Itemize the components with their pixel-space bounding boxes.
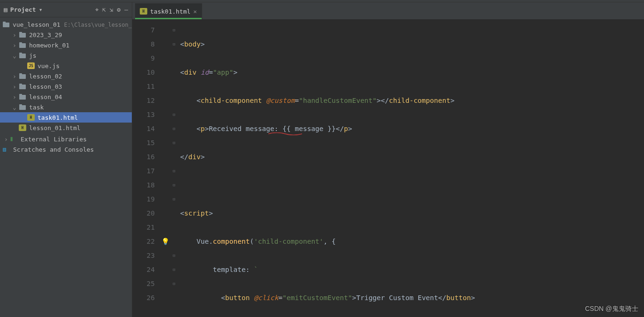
code-editor[interactable]: 7891011121314151617181920212223242526 💡 …: [132, 19, 644, 317]
project-sidebar: ▤ Project ▾ ⌖ ⇱ ⇲ ⚙ — vue_lesson_01 E:\C…: [0, 2, 132, 317]
tree-item-lesson_01-html[interactable]: ·Hlesson_01.html: [0, 123, 132, 133]
chevron-down-icon[interactable]: ⌄: [11, 52, 18, 59]
svg-rect-1: [3, 22, 6, 23]
tree-item-homework_01[interactable]: ›homework_01: [0, 40, 132, 50]
js-file-icon: JS: [27, 62, 35, 69]
svg-rect-8: [19, 74, 26, 79]
code-content[interactable]: <body> <div id="app"> <child-component @…: [178, 19, 644, 317]
hide-icon[interactable]: —: [124, 6, 128, 14]
chevron-right-icon[interactable]: ›: [11, 42, 18, 49]
chevron-right-icon[interactable]: ›: [11, 73, 18, 80]
chevron-down-icon[interactable]: ⌄: [11, 104, 18, 111]
tab-label: task01.html: [150, 8, 190, 15]
tree-label: homework_01: [29, 42, 69, 49]
tree-label: lesson_02: [29, 73, 62, 80]
svg-rect-4: [19, 43, 26, 48]
chevron-right-icon[interactable]: ›: [11, 83, 18, 90]
library-icon: ⫴: [10, 136, 18, 142]
tree-item-task[interactable]: ⌄task: [0, 102, 132, 112]
html-file-icon: H: [19, 124, 26, 131]
folder-icon: [19, 31, 26, 38]
intention-bulb-icon[interactable]: 💡: [161, 234, 169, 248]
fold-column: ⊟⊟⊟⊟⊟⊟⊟⊟⊟⊟⊟: [170, 19, 178, 317]
svg-rect-12: [19, 95, 26, 100]
tree-label: lesson_03: [29, 83, 62, 90]
tree-item-lesson_04[interactable]: ›lesson_04: [0, 92, 132, 102]
svg-rect-0: [3, 23, 9, 27]
svg-rect-2: [19, 33, 26, 38]
tree-item-lesson_02[interactable]: ›lesson_02: [0, 71, 132, 81]
editor-area: H task01.html × 789101112131415161718192…: [132, 2, 644, 317]
folder-icon: [19, 73, 26, 79]
scratches-consoles[interactable]: ▧ Scratches and Consoles: [0, 144, 132, 155]
tree-label: js: [29, 52, 37, 59]
tree-label: lesson_01.html: [29, 124, 81, 131]
svg-rect-13: [19, 94, 22, 95]
collapse-icon[interactable]: ⇲: [110, 6, 114, 14]
folder-icon: [19, 93, 26, 100]
chevron-right-icon[interactable]: ›: [11, 31, 18, 39]
svg-rect-11: [19, 84, 22, 85]
external-libraries[interactable]: › ⫴ External Libraries: [0, 134, 132, 144]
tree-item-js[interactable]: ⌄js: [0, 50, 132, 61]
line-gutter: 7891011121314151617181920212223242526: [132, 19, 160, 317]
tree-label: lesson_04: [29, 93, 62, 101]
close-icon[interactable]: ×: [193, 8, 197, 15]
expand-icon[interactable]: ⇱: [102, 6, 106, 14]
dropdown-icon[interactable]: ▾: [39, 6, 43, 13]
tree-root[interactable]: vue_lesson_01 E:\Class\vue_lesson_: [0, 19, 132, 30]
project-icon: ▤: [4, 6, 8, 13]
folder-icon: [19, 52, 26, 59]
tree-item-task01-html[interactable]: ·Htask01.html: [0, 112, 132, 123]
svg-rect-10: [19, 85, 26, 89]
tree-item-2023_3_29[interactable]: ›2023_3_29: [0, 30, 132, 40]
chevron-right-icon[interactable]: ›: [11, 93, 18, 101]
select-opened-icon[interactable]: ⌖: [95, 6, 98, 14]
marker-column: 💡: [160, 19, 170, 317]
project-title: Project: [10, 6, 36, 13]
gear-icon[interactable]: ⚙: [117, 6, 121, 14]
tab-task01[interactable]: H task01.html ×: [135, 3, 202, 19]
editor-tabs: H task01.html ×: [132, 2, 644, 19]
svg-rect-14: [19, 105, 26, 110]
folder-icon: [19, 104, 26, 110]
folder-icon: [19, 83, 26, 90]
svg-rect-15: [19, 104, 22, 106]
svg-rect-3: [19, 32, 22, 33]
svg-rect-5: [19, 42, 22, 44]
watermark: CSDN @鬼鬼骑士: [585, 305, 638, 313]
project-tree[interactable]: vue_lesson_01 E:\Class\vue_lesson_ ›2023…: [0, 17, 132, 317]
project-panel-header: ▤ Project ▾ ⌖ ⇱ ⇲ ⚙ —: [0, 2, 132, 17]
chevron-right-icon: ›: [3, 136, 9, 143]
folder-icon: [3, 21, 10, 28]
svg-rect-6: [19, 54, 26, 58]
tree-label: vue.js: [38, 62, 60, 70]
tree-label: task: [29, 104, 44, 111]
tree-label: 2023_3_29: [29, 31, 62, 39]
tree-item-vue-js[interactable]: ·JSvue.js: [0, 61, 132, 71]
html-file-icon: H: [27, 114, 35, 121]
tree-item-lesson_03[interactable]: ›lesson_03: [0, 81, 132, 92]
html-file-icon: H: [140, 8, 147, 15]
folder-icon: [19, 42, 26, 48]
tree-label: task01.html: [38, 114, 78, 121]
svg-rect-9: [19, 73, 22, 75]
svg-rect-7: [19, 53, 22, 54]
scratch-icon: ▧: [3, 146, 10, 153]
